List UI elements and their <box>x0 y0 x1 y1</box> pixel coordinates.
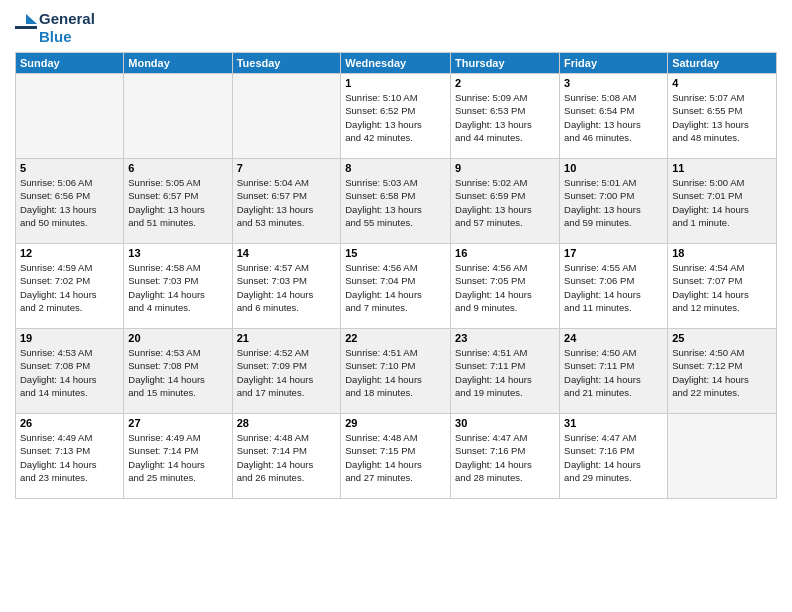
calendar-cell: 4Sunrise: 5:07 AM Sunset: 6:55 PM Daylig… <box>668 74 777 159</box>
day-number: 22 <box>345 332 446 344</box>
day-info: Sunrise: 5:10 AM Sunset: 6:52 PM Dayligh… <box>345 91 446 144</box>
weekday-thursday: Thursday <box>451 53 560 74</box>
calendar-cell: 16Sunrise: 4:56 AM Sunset: 7:05 PM Dayli… <box>451 244 560 329</box>
weekday-wednesday: Wednesday <box>341 53 451 74</box>
week-row-1: 1Sunrise: 5:10 AM Sunset: 6:52 PM Daylig… <box>16 74 777 159</box>
calendar-cell: 9Sunrise: 5:02 AM Sunset: 6:59 PM Daylig… <box>451 159 560 244</box>
calendar-cell: 12Sunrise: 4:59 AM Sunset: 7:02 PM Dayli… <box>16 244 124 329</box>
day-info: Sunrise: 4:55 AM Sunset: 7:06 PM Dayligh… <box>564 261 663 314</box>
weekday-tuesday: Tuesday <box>232 53 341 74</box>
weekday-monday: Monday <box>124 53 232 74</box>
calendar-cell: 18Sunrise: 4:54 AM Sunset: 7:07 PM Dayli… <box>668 244 777 329</box>
day-number: 31 <box>564 417 663 429</box>
calendar-cell: 22Sunrise: 4:51 AM Sunset: 7:10 PM Dayli… <box>341 329 451 414</box>
calendar-cell: 24Sunrise: 4:50 AM Sunset: 7:11 PM Dayli… <box>560 329 668 414</box>
day-info: Sunrise: 4:52 AM Sunset: 7:09 PM Dayligh… <box>237 346 337 399</box>
day-number: 4 <box>672 77 772 89</box>
day-number: 27 <box>128 417 227 429</box>
day-number: 21 <box>237 332 337 344</box>
day-info: Sunrise: 4:53 AM Sunset: 7:08 PM Dayligh… <box>20 346 119 399</box>
calendar-cell: 3Sunrise: 5:08 AM Sunset: 6:54 PM Daylig… <box>560 74 668 159</box>
week-row-4: 19Sunrise: 4:53 AM Sunset: 7:08 PM Dayli… <box>16 329 777 414</box>
calendar-cell: 28Sunrise: 4:48 AM Sunset: 7:14 PM Dayli… <box>232 414 341 499</box>
calendar-cell: 17Sunrise: 4:55 AM Sunset: 7:06 PM Dayli… <box>560 244 668 329</box>
day-info: Sunrise: 5:08 AM Sunset: 6:54 PM Dayligh… <box>564 91 663 144</box>
day-info: Sunrise: 4:53 AM Sunset: 7:08 PM Dayligh… <box>128 346 227 399</box>
calendar-cell: 2Sunrise: 5:09 AM Sunset: 6:53 PM Daylig… <box>451 74 560 159</box>
day-info: Sunrise: 4:47 AM Sunset: 7:16 PM Dayligh… <box>564 431 663 484</box>
day-info: Sunrise: 4:50 AM Sunset: 7:12 PM Dayligh… <box>672 346 772 399</box>
day-info: Sunrise: 5:07 AM Sunset: 6:55 PM Dayligh… <box>672 91 772 144</box>
day-number: 19 <box>20 332 119 344</box>
calendar-cell: 23Sunrise: 4:51 AM Sunset: 7:11 PM Dayli… <box>451 329 560 414</box>
calendar-cell: 15Sunrise: 4:56 AM Sunset: 7:04 PM Dayli… <box>341 244 451 329</box>
day-number: 20 <box>128 332 227 344</box>
day-number: 23 <box>455 332 555 344</box>
calendar-cell: 13Sunrise: 4:58 AM Sunset: 7:03 PM Dayli… <box>124 244 232 329</box>
calendar-cell: 30Sunrise: 4:47 AM Sunset: 7:16 PM Dayli… <box>451 414 560 499</box>
day-number: 11 <box>672 162 772 174</box>
day-number: 6 <box>128 162 227 174</box>
logo-text-general: General <box>39 10 95 28</box>
day-info: Sunrise: 4:51 AM Sunset: 7:10 PM Dayligh… <box>345 346 446 399</box>
day-info: Sunrise: 4:56 AM Sunset: 7:05 PM Dayligh… <box>455 261 555 314</box>
day-number: 24 <box>564 332 663 344</box>
calendar-cell: 8Sunrise: 5:03 AM Sunset: 6:58 PM Daylig… <box>341 159 451 244</box>
calendar-cell: 5Sunrise: 5:06 AM Sunset: 6:56 PM Daylig… <box>16 159 124 244</box>
day-number: 25 <box>672 332 772 344</box>
calendar-table: SundayMondayTuesdayWednesdayThursdayFrid… <box>15 52 777 499</box>
page-container: General Blue SundayMondayTuesdayWednesda… <box>0 0 792 509</box>
day-info: Sunrise: 5:01 AM Sunset: 7:00 PM Dayligh… <box>564 176 663 229</box>
calendar-cell: 20Sunrise: 4:53 AM Sunset: 7:08 PM Dayli… <box>124 329 232 414</box>
weekday-saturday: Saturday <box>668 53 777 74</box>
day-info: Sunrise: 5:09 AM Sunset: 6:53 PM Dayligh… <box>455 91 555 144</box>
calendar-cell: 7Sunrise: 5:04 AM Sunset: 6:57 PM Daylig… <box>232 159 341 244</box>
calendar-cell: 21Sunrise: 4:52 AM Sunset: 7:09 PM Dayli… <box>232 329 341 414</box>
day-info: Sunrise: 4:49 AM Sunset: 7:14 PM Dayligh… <box>128 431 227 484</box>
calendar-cell: 6Sunrise: 5:05 AM Sunset: 6:57 PM Daylig… <box>124 159 232 244</box>
day-info: Sunrise: 5:02 AM Sunset: 6:59 PM Dayligh… <box>455 176 555 229</box>
logo: General Blue <box>15 10 95 46</box>
day-number: 7 <box>237 162 337 174</box>
calendar-cell: 26Sunrise: 4:49 AM Sunset: 7:13 PM Dayli… <box>16 414 124 499</box>
logo-triangle-icon <box>15 14 37 42</box>
day-number: 29 <box>345 417 446 429</box>
day-info: Sunrise: 4:47 AM Sunset: 7:16 PM Dayligh… <box>455 431 555 484</box>
day-number: 12 <box>20 247 119 259</box>
weekday-friday: Friday <box>560 53 668 74</box>
day-info: Sunrise: 5:04 AM Sunset: 6:57 PM Dayligh… <box>237 176 337 229</box>
calendar-cell: 25Sunrise: 4:50 AM Sunset: 7:12 PM Dayli… <box>668 329 777 414</box>
day-number: 30 <box>455 417 555 429</box>
logo-text-blue: Blue <box>39 28 95 46</box>
day-info: Sunrise: 4:50 AM Sunset: 7:11 PM Dayligh… <box>564 346 663 399</box>
day-info: Sunrise: 4:48 AM Sunset: 7:15 PM Dayligh… <box>345 431 446 484</box>
calendar-cell <box>16 74 124 159</box>
calendar-cell <box>668 414 777 499</box>
day-info: Sunrise: 5:06 AM Sunset: 6:56 PM Dayligh… <box>20 176 119 229</box>
day-number: 8 <box>345 162 446 174</box>
day-info: Sunrise: 4:49 AM Sunset: 7:13 PM Dayligh… <box>20 431 119 484</box>
day-number: 18 <box>672 247 772 259</box>
svg-rect-1 <box>15 26 37 29</box>
calendar-cell: 31Sunrise: 4:47 AM Sunset: 7:16 PM Dayli… <box>560 414 668 499</box>
day-info: Sunrise: 4:59 AM Sunset: 7:02 PM Dayligh… <box>20 261 119 314</box>
day-number: 13 <box>128 247 227 259</box>
day-number: 5 <box>20 162 119 174</box>
calendar-cell <box>232 74 341 159</box>
week-row-2: 5Sunrise: 5:06 AM Sunset: 6:56 PM Daylig… <box>16 159 777 244</box>
weekday-header-row: SundayMondayTuesdayWednesdayThursdayFrid… <box>16 53 777 74</box>
day-number: 14 <box>237 247 337 259</box>
week-row-5: 26Sunrise: 4:49 AM Sunset: 7:13 PM Dayli… <box>16 414 777 499</box>
calendar-cell: 27Sunrise: 4:49 AM Sunset: 7:14 PM Dayli… <box>124 414 232 499</box>
day-info: Sunrise: 5:00 AM Sunset: 7:01 PM Dayligh… <box>672 176 772 229</box>
day-number: 1 <box>345 77 446 89</box>
day-info: Sunrise: 4:54 AM Sunset: 7:07 PM Dayligh… <box>672 261 772 314</box>
day-number: 2 <box>455 77 555 89</box>
day-number: 16 <box>455 247 555 259</box>
calendar-cell: 19Sunrise: 4:53 AM Sunset: 7:08 PM Dayli… <box>16 329 124 414</box>
calendar-cell: 1Sunrise: 5:10 AM Sunset: 6:52 PM Daylig… <box>341 74 451 159</box>
calendar-cell: 14Sunrise: 4:57 AM Sunset: 7:03 PM Dayli… <box>232 244 341 329</box>
day-number: 3 <box>564 77 663 89</box>
calendar-cell: 11Sunrise: 5:00 AM Sunset: 7:01 PM Dayli… <box>668 159 777 244</box>
day-info: Sunrise: 4:48 AM Sunset: 7:14 PM Dayligh… <box>237 431 337 484</box>
